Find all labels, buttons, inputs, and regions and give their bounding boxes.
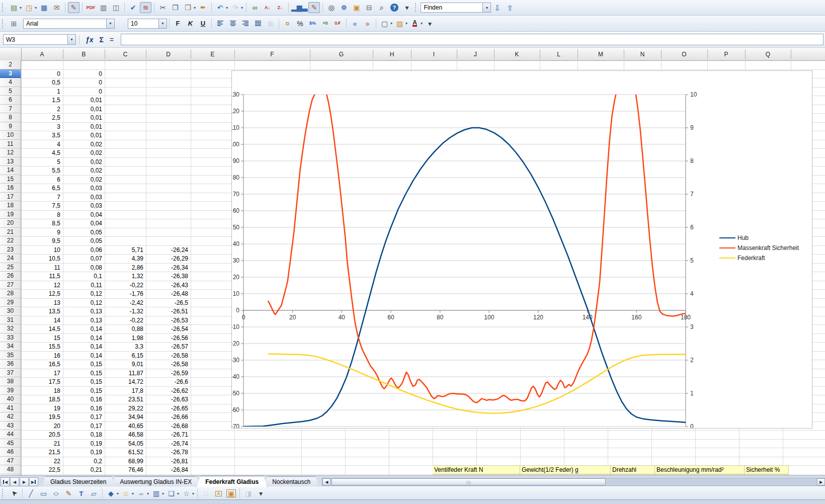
sort-descending-icon[interactable]: Z↓: [274, 2, 286, 13]
column-header-N[interactable]: N: [624, 48, 661, 60]
cell-B13[interactable]: 0,02: [63, 158, 102, 165]
cell-C30[interactable]: -1,32: [105, 308, 143, 315]
copy-icon[interactable]: ❐: [170, 2, 181, 13]
dropdown-arrow-icon[interactable]: ▾: [162, 491, 164, 496]
cell-B48[interactable]: 0,21: [63, 466, 102, 473]
cell-B26[interactable]: 0,1: [63, 273, 102, 280]
cell-C28[interactable]: -1,76: [105, 290, 143, 297]
column-header-D[interactable]: D: [146, 48, 191, 60]
chevron-down-icon[interactable]: ▼: [67, 35, 75, 44]
cell-C38[interactable]: 14,72: [105, 378, 143, 385]
cell-B32[interactable]: 0,14: [63, 325, 102, 332]
cell-C33[interactable]: 1,98: [105, 334, 143, 342]
ellipse-icon[interactable]: ○: [50, 488, 62, 499]
cell-B24[interactable]: 0,07: [63, 255, 102, 262]
cell-D46[interactable]: -26,78: [146, 449, 188, 456]
cell-A21[interactable]: 9: [21, 229, 60, 236]
cell-A48[interactable]: 22,5: [21, 466, 60, 473]
row-header-26[interactable]: 26: [0, 272, 21, 281]
format-paintbrush-icon[interactable]: ✒: [197, 2, 209, 13]
dropdown-arrow-icon[interactable]: ▾: [390, 21, 392, 26]
dropdown-arrow-icon[interactable]: ▾: [405, 21, 407, 26]
star-shapes-icon[interactable]: ☆: [181, 488, 192, 499]
cell-B11[interactable]: 0,02: [63, 141, 102, 148]
cell-C40[interactable]: 23,51: [105, 396, 143, 403]
line-icon[interactable]: ╱: [25, 488, 37, 499]
equals-icon[interactable]: =: [110, 36, 114, 44]
font-name-select[interactable]: Arial ▼: [23, 19, 115, 29]
cell-D41[interactable]: -26,65: [146, 405, 188, 412]
sheet-tab-gladius-steuerzeiten[interactable]: Gladius Steuerzeiten: [42, 476, 115, 487]
cell-B9[interactable]: 0,01: [63, 123, 102, 130]
italic-icon[interactable]: K: [185, 18, 196, 29]
sheet-tab-auswertung-gladius-in-ex[interactable]: Auswertung Gladius IN-EX: [111, 476, 200, 487]
dropdown-arrow-icon[interactable]: ▾: [226, 6, 228, 10]
cell-A10[interactable]: 3,5: [21, 132, 60, 139]
row-header-32[interactable]: 32: [0, 324, 21, 333]
cell-A47[interactable]: 22: [21, 458, 60, 465]
cell-B12[interactable]: 0,02: [63, 149, 102, 156]
freeform-line-icon[interactable]: ✎: [63, 488, 74, 499]
cell-B17[interactable]: 0,03: [63, 194, 102, 201]
row-header-7[interactable]: 7: [0, 105, 21, 114]
font-color-icon[interactable]: A: [409, 18, 421, 29]
cell-D44[interactable]: -26,71: [146, 431, 188, 438]
cell-A29[interactable]: 13: [21, 299, 60, 306]
row-header-14[interactable]: 14: [0, 166, 21, 175]
callout-icon[interactable]: ▱: [88, 488, 100, 499]
new-document-icon[interactable]: ▤: [8, 2, 20, 13]
cell-C43[interactable]: 40,65: [105, 423, 143, 430]
cell-C29[interactable]: -2,42: [105, 299, 143, 306]
cut-icon[interactable]: ✂: [157, 2, 169, 13]
row-header-39[interactable]: 39: [0, 386, 21, 395]
cell-A9[interactable]: 3: [21, 123, 60, 130]
find-up-icon[interactable]: ⇧: [504, 2, 516, 13]
dropdown-arrow-icon[interactable]: ▾: [177, 491, 179, 496]
cell-B34[interactable]: 0,14: [63, 343, 102, 350]
spellcheck-icon[interactable]: ✔: [127, 2, 139, 13]
symbol-shapes-icon[interactable]: ☺: [120, 488, 132, 499]
rectangle-icon[interactable]: ▭: [38, 488, 49, 499]
column-header-I[interactable]: I: [411, 48, 457, 60]
row-header-34[interactable]: 34: [0, 342, 21, 351]
toolbar-overflow-icon[interactable]: ▾: [424, 18, 436, 29]
export-pdf-icon[interactable]: PDF: [85, 2, 97, 13]
scrollbar-thumb[interactable]: |||: [332, 478, 606, 485]
draw-functions-icon[interactable]: ✎: [308, 2, 320, 13]
cell-B18[interactable]: 0,03: [63, 202, 102, 209]
row-header-4[interactable]: 4: [0, 78, 21, 87]
select-all-corner[interactable]: [0, 48, 22, 61]
cell-C25[interactable]: 2,86: [105, 264, 143, 271]
cell-A31[interactable]: 14: [21, 317, 60, 324]
cell-A3[interactable]: 0: [21, 70, 60, 77]
column-headers[interactable]: ABCDEFGHIJKLMNOPQ: [0, 48, 825, 61]
yellow-header-cell[interactable]: Beschleunigung mm/rad²: [655, 465, 745, 474]
row-header-42[interactable]: 42: [0, 412, 21, 422]
cell-B15[interactable]: 0,02: [63, 176, 102, 183]
cell-C27[interactable]: -0,22: [105, 282, 143, 289]
column-header-M[interactable]: M: [578, 48, 624, 60]
cell-D29[interactable]: -26,5: [146, 299, 188, 306]
cell-A13[interactable]: 5: [21, 158, 60, 165]
embedded-chart[interactable]: 1301201101009080706050403020100-10-20-30…: [231, 70, 812, 429]
zoom-icon[interactable]: ⌕: [376, 2, 387, 13]
cell-D32[interactable]: -26,54: [146, 325, 188, 332]
row-header-31[interactable]: 31: [0, 316, 21, 325]
row-header-38[interactable]: 38: [0, 377, 21, 386]
select-arrow-icon[interactable]: ➤: [8, 488, 20, 499]
row-header-24[interactable]: 24: [0, 254, 21, 263]
column-header-F[interactable]: F: [234, 48, 310, 60]
cell-A18[interactable]: 7,5: [21, 202, 60, 209]
cell-D33[interactable]: -26,56: [146, 334, 188, 342]
find-down-icon[interactable]: ⇩: [491, 2, 503, 13]
column-header-H[interactable]: H: [373, 48, 411, 60]
cell-D37[interactable]: -26,59: [146, 370, 188, 377]
cell-D45[interactable]: -26,74: [146, 440, 188, 447]
cell-D27[interactable]: -26,43: [146, 282, 188, 289]
cell-B38[interactable]: 0,15: [63, 378, 102, 385]
cell-A19[interactable]: 8: [21, 211, 60, 218]
print-icon[interactable]: ▥: [98, 2, 109, 13]
column-header-J[interactable]: J: [457, 48, 494, 60]
cell-A22[interactable]: 9,5: [21, 237, 60, 244]
column-header-A[interactable]: A: [21, 48, 63, 60]
